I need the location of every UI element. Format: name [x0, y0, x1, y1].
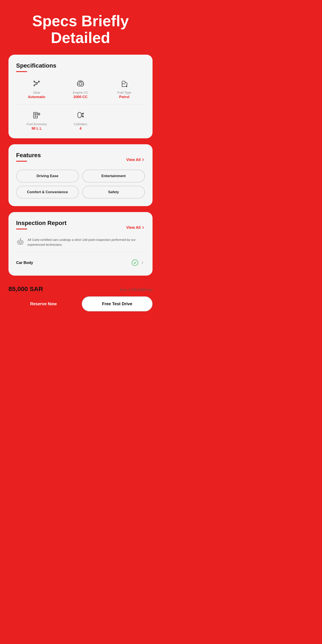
gear-icon	[31, 78, 42, 89]
inspection-info: All Carly-certified cars undergo a stric…	[16, 238, 145, 247]
price-row: 85,000 SAR from 1,736 SAR/ mo	[8, 285, 152, 292]
svg-line-6	[34, 84, 37, 85]
spec-engine: Engine CC 2000 CC	[60, 78, 101, 99]
fuel-type-label: Fuel Type	[117, 91, 131, 94]
hero-section: Specs Briefly Detailed	[20, 0, 142, 55]
spec-gear: Gear Automatic	[16, 78, 58, 99]
inspection-view-all-label: View All	[126, 226, 141, 230]
svg-point-31	[21, 242, 22, 243]
reserve-now-button[interactable]: Reserve Now	[8, 296, 78, 312]
feature-tag-comfort[interactable]: Comfort & Convenience	[16, 186, 79, 198]
inspection-row-car-body[interactable]: Car Body	[16, 258, 145, 268]
feature-tags-grid: Driving Ease Entertainment Comfort & Con…	[16, 170, 145, 198]
spec-fuel-economy: Fuel Economy 90 L L	[16, 110, 58, 131]
specifications-title: Specifications	[16, 62, 145, 69]
fuel-type-value: Petrol	[119, 95, 130, 99]
engine-icon	[75, 78, 86, 89]
specs-divider	[16, 104, 145, 104]
fuel-economy-label: Fuel Economy	[26, 122, 47, 126]
checkmark-icon	[133, 261, 137, 264]
svg-rect-20	[34, 112, 38, 118]
svg-rect-7	[78, 82, 83, 86]
check-circle-icon	[132, 260, 138, 266]
chevron-right-icon	[142, 158, 145, 162]
feature-tag-entertainment[interactable]: Entertainment	[82, 170, 145, 182]
car-body-chevron-icon[interactable]	[140, 260, 145, 265]
inspection-robot-icon	[16, 238, 24, 246]
svg-point-0	[36, 83, 38, 84]
cylinders-icon	[75, 110, 86, 120]
svg-point-34	[20, 238, 21, 240]
inspection-divider	[16, 252, 145, 252]
inspection-underline	[16, 228, 27, 230]
svg-rect-8	[79, 83, 82, 85]
fuel-economy-value: 90 L L	[32, 126, 42, 131]
engine-value: 2000 CC	[73, 95, 88, 99]
specs-grid-row2: Fuel Economy 90 L L Cylinders	[16, 110, 145, 131]
main-price: 85,000 SAR	[8, 285, 43, 292]
specifications-underline	[16, 71, 27, 72]
chevron-right-icon-2	[142, 226, 145, 229]
svg-point-30	[19, 242, 20, 243]
specs-grid-row1: Gear Automatic	[16, 78, 145, 99]
svg-line-5	[37, 82, 39, 83]
features-header: Features View All	[16, 152, 145, 168]
fuel-type-icon	[119, 78, 130, 89]
features-card: Features View All Driving Ease Entertain…	[8, 144, 152, 206]
gear-label: Gear	[33, 91, 40, 94]
gear-value: Automatic	[28, 95, 46, 99]
cylinders-value: 4	[80, 126, 81, 131]
fuel-economy-icon	[31, 110, 42, 120]
inspection-view-all[interactable]: View All	[126, 226, 145, 230]
features-view-all[interactable]: View All	[126, 158, 145, 162]
spec-cylinders: Cylinders 4	[60, 110, 101, 131]
inspection-title: Inspection Report	[16, 220, 66, 226]
bottom-bar: 85,000 SAR from 1,736 SAR/ mo Reserve No…	[8, 282, 152, 316]
inspection-header: Inspection Report View All	[16, 220, 145, 235]
engine-label: Engine CC	[73, 91, 88, 94]
inspection-description: All Carly-certified cars undergo a stric…	[28, 238, 145, 247]
features-underline	[16, 161, 27, 162]
svg-rect-21	[35, 114, 36, 115]
features-view-all-label: View All	[126, 158, 141, 162]
cylinders-label: Cylinders	[74, 122, 87, 126]
features-title: Features	[16, 152, 41, 159]
feature-tag-safety[interactable]: Safety	[82, 186, 145, 198]
inspection-row-right	[132, 260, 145, 266]
feature-tag-driving-ease[interactable]: Driving Ease	[16, 170, 79, 182]
monthly-price: from 1,736 SAR/ mo	[120, 288, 152, 292]
spec-placeholder	[104, 110, 145, 131]
spec-fuel-type: Fuel Type Petrol	[104, 78, 145, 99]
inspection-card: Inspection Report View All	[8, 212, 152, 276]
hero-title: Specs Briefly Detailed	[20, 0, 142, 55]
svg-rect-23	[38, 113, 40, 115]
action-buttons: Reserve Now Free Test Drive	[8, 296, 152, 312]
free-test-drive-button[interactable]: Free Test Drive	[82, 296, 152, 312]
car-body-label: Car Body	[16, 260, 33, 265]
svg-line-4	[34, 82, 37, 83]
specifications-card: Specifications Gear Automati	[8, 55, 152, 138]
